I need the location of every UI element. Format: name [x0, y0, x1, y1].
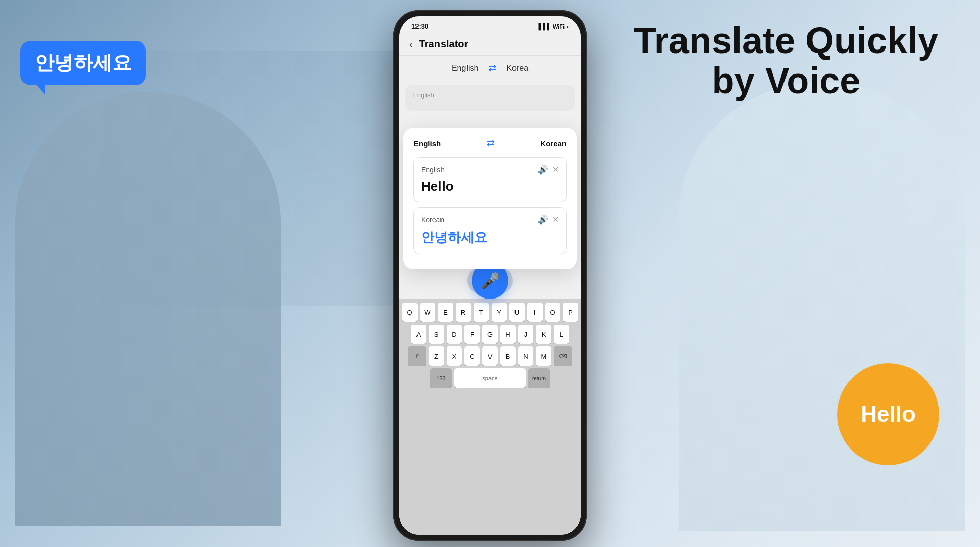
translator-title: Translator — [419, 38, 469, 50]
translation-card: English ⇄ Korean English 🔊 ✕ Hello — [403, 128, 577, 269]
back-button[interactable]: ‹ — [409, 38, 413, 50]
key-f[interactable]: F — [464, 325, 480, 344]
numbers-key[interactable]: 123 — [430, 368, 452, 388]
card-language-bar: English ⇄ Korean — [413, 138, 567, 149]
key-z[interactable]: Z — [429, 346, 444, 366]
key-q[interactable]: Q — [402, 303, 418, 322]
title-line2-normal: by — [712, 60, 765, 101]
key-b[interactable]: B — [500, 346, 516, 366]
key-x[interactable]: X — [447, 346, 462, 366]
title-line2: by Voice — [623, 61, 949, 101]
main-mic-icon: 🎤 — [481, 272, 500, 290]
key-i[interactable]: I — [527, 303, 543, 322]
keyboard-row-2: A S D F G H J K L — [401, 325, 579, 344]
english-translation-section: English 🔊 ✕ Hello — [413, 157, 567, 202]
keyboard-row-1: Q W E R T Y U I O P — [401, 303, 579, 322]
key-v[interactable]: V — [482, 346, 498, 366]
english-translation-text: Hello — [421, 179, 559, 194]
space-key[interactable]: space — [454, 368, 526, 388]
korean-translation-text: 안녕하세요 — [421, 229, 559, 246]
input-area[interactable]: English — [405, 85, 575, 111]
korean-close-icon[interactable]: ✕ — [552, 215, 559, 225]
battery-icon: ▪ — [567, 23, 569, 30]
key-o[interactable]: O — [545, 303, 560, 322]
key-e[interactable]: E — [438, 303, 453, 322]
card-source-lang[interactable]: English — [413, 139, 441, 148]
card-target-lang[interactable]: Korean — [540, 139, 567, 148]
key-p[interactable]: P — [563, 303, 578, 322]
english-section-icons: 🔊 ✕ — [538, 165, 559, 175]
status-time: 12:30 — [411, 22, 428, 30]
key-a[interactable]: A — [411, 325, 426, 344]
key-j[interactable]: J — [518, 325, 533, 344]
shift-key[interactable]: ⇧ — [408, 346, 426, 366]
key-w[interactable]: W — [420, 303, 435, 322]
korean-speaker-icon[interactable]: 🔊 — [538, 215, 548, 225]
english-speaker-icon[interactable]: 🔊 — [538, 165, 548, 175]
korean-section-header: Korean 🔊 ✕ — [421, 215, 559, 225]
person-right-figure — [679, 82, 965, 531]
hello-text: Hello — [861, 402, 916, 427]
korean-speech-bubble: 안녕하세요 — [20, 41, 146, 85]
key-m[interactable]: M — [536, 346, 551, 366]
hello-speech-bubble: Hello — [837, 363, 939, 465]
key-y[interactable]: Y — [492, 303, 507, 322]
app-title-area: Translate Quickly by Voice — [623, 20, 949, 101]
key-d[interactable]: D — [447, 325, 462, 344]
swap-language-button[interactable]: ⇄ — [488, 63, 496, 74]
key-n[interactable]: N — [518, 346, 533, 366]
english-close-icon[interactable]: ✕ — [552, 165, 559, 175]
title-line2-bold: Voice — [765, 60, 861, 101]
korean-translation-section: Korean 🔊 ✕ 안녕하세요 — [413, 207, 567, 254]
input-placeholder-text: English — [412, 91, 434, 99]
key-l[interactable]: L — [554, 325, 569, 344]
app-header: ‹ Translator — [399, 33, 581, 56]
delete-key[interactable]: ⌫ — [554, 346, 572, 366]
korean-text: 안녕하세요 — [35, 52, 132, 73]
english-section-header: English 🔊 ✕ — [421, 165, 559, 175]
title-line1: Translate Quickly — [623, 20, 949, 61]
signal-icon: ▌▌▌ — [539, 23, 551, 30]
key-s[interactable]: S — [429, 325, 444, 344]
key-u[interactable]: U — [509, 303, 525, 322]
status-icons: ▌▌▌ WiFi ▪ — [539, 23, 569, 30]
keyboard-row-4: 123 space return — [401, 368, 579, 388]
language-selector-bar: English ⇄ Korea — [399, 56, 581, 81]
phone-frame: 12:30 ▌▌▌ WiFi ▪ ‹ Translator English ⇄ … — [393, 10, 587, 541]
english-lang-label: English — [421, 166, 445, 174]
phone-mockup: 12:30 ▌▌▌ WiFi ▪ ‹ Translator English ⇄ … — [393, 10, 587, 541]
source-language-label[interactable]: English — [452, 64, 478, 73]
status-bar: 12:30 ▌▌▌ WiFi ▪ — [399, 16, 581, 33]
key-t[interactable]: T — [474, 303, 489, 322]
korean-section-icons: 🔊 ✕ — [538, 215, 559, 225]
key-r[interactable]: R — [456, 303, 471, 322]
target-language-label[interactable]: Korea — [506, 64, 528, 73]
key-h[interactable]: H — [500, 325, 516, 344]
korean-lang-label: Korean — [421, 216, 444, 224]
key-k[interactable]: K — [536, 325, 551, 344]
keyboard: Q W E R T Y U I O P A S — [399, 299, 581, 535]
person-left-figure — [15, 92, 281, 526]
return-key[interactable]: return — [528, 368, 550, 388]
key-g[interactable]: G — [482, 325, 498, 344]
wifi-icon: WiFi — [553, 23, 565, 30]
key-c[interactable]: C — [464, 346, 480, 366]
phone-screen: 12:30 ▌▌▌ WiFi ▪ ‹ Translator English ⇄ … — [399, 16, 581, 535]
keyboard-row-3: ⇧ Z X C V B N M ⌫ — [401, 346, 579, 366]
card-swap-button[interactable]: ⇄ — [487, 138, 495, 149]
